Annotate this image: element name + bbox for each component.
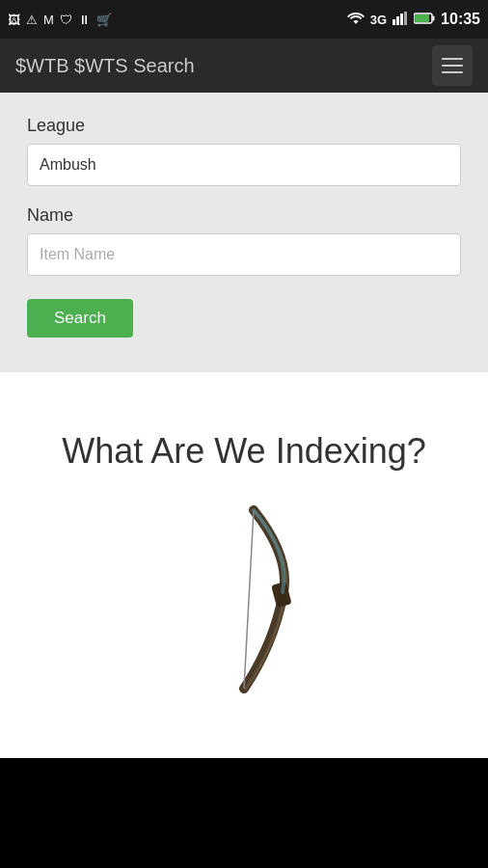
league-label: League xyxy=(27,116,461,136)
name-input[interactable] xyxy=(27,233,461,276)
signal-icon xyxy=(393,12,408,28)
menu-line-1 xyxy=(442,58,463,60)
gmail-icon: M xyxy=(43,13,54,27)
shield-icon: 🛡 xyxy=(60,13,72,27)
clock: 10:35 xyxy=(441,11,480,28)
search-form-area: League Name Search xyxy=(0,93,488,372)
content-area: What Are We Indexing? xyxy=(0,372,488,758)
bow-svg xyxy=(186,501,302,693)
svg-rect-6 xyxy=(415,14,429,22)
wifi-icon xyxy=(347,12,365,28)
cart-icon: 🛒 xyxy=(96,13,112,27)
status-bar: 🖼 ⚠ M 🛡 ⏸ 🛒 3G xyxy=(0,0,488,39)
svg-rect-3 xyxy=(404,12,407,25)
app-header: $WTB $WTS Search xyxy=(0,39,488,93)
battery-icon xyxy=(414,12,435,27)
svg-rect-1 xyxy=(396,16,399,25)
image-icon: 🖼 xyxy=(8,13,20,27)
svg-line-7 xyxy=(244,510,254,689)
warning-icon: ⚠ xyxy=(26,13,38,27)
menu-line-3 xyxy=(442,71,463,73)
bow-illustration xyxy=(186,501,302,697)
status-info-right: 3G 10:35 xyxy=(347,11,480,28)
content-heading: What Are We Indexing? xyxy=(23,430,465,472)
menu-button[interactable] xyxy=(432,45,473,86)
league-input[interactable] xyxy=(27,144,461,186)
menu-line-2 xyxy=(442,65,463,67)
league-group: League xyxy=(27,116,461,186)
svg-rect-2 xyxy=(400,14,403,25)
svg-rect-5 xyxy=(433,16,435,21)
voicemail-icon: ⏸ xyxy=(78,13,91,27)
app-title: $WTB $WTS Search xyxy=(15,55,195,77)
network-label: 3G xyxy=(370,13,387,27)
status-icons-left: 🖼 ⚠ M 🛡 ⏸ 🛒 xyxy=(8,13,112,27)
search-button[interactable]: Search xyxy=(27,299,133,338)
name-group: Name xyxy=(27,205,461,276)
name-label: Name xyxy=(27,205,461,226)
svg-rect-0 xyxy=(393,19,395,25)
